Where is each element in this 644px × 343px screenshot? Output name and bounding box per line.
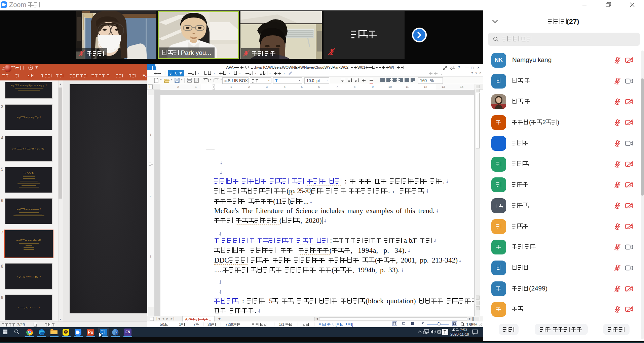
svg-text:TALK: TALK <box>65 331 68 333</box>
svg-text:2: 2 <box>115 332 117 334</box>
